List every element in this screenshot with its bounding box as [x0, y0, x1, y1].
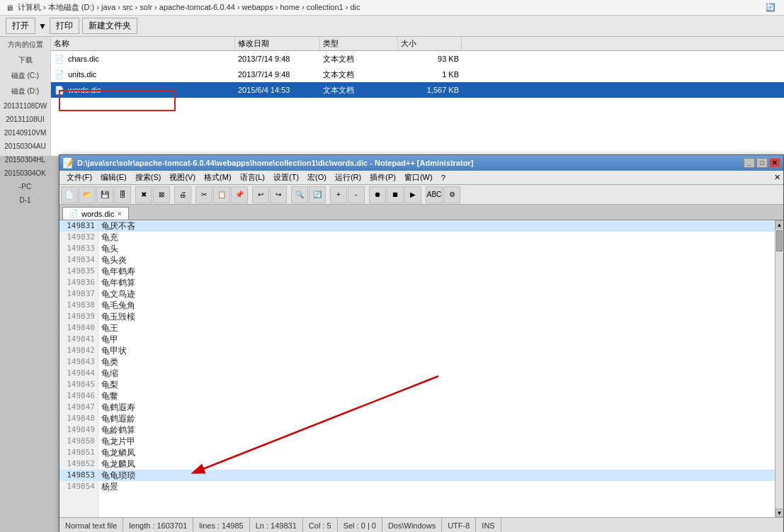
scroll-track[interactable]: [776, 229, 783, 509]
tool-zoomout[interactable]: -: [348, 186, 365, 203]
menu-search[interactable]: 搜索(S): [131, 171, 166, 184]
npp-close-x[interactable]: ✕: [774, 173, 780, 182]
tool-zoomin[interactable]: +: [330, 186, 347, 203]
menu-macro[interactable]: 宏(O): [303, 171, 331, 184]
tab-close-icon[interactable]: ✕: [117, 210, 123, 217]
tool-paste[interactable]: 📌: [231, 186, 248, 203]
npp-line-numbers: 149831 149832 149833 149834 149835 14983…: [59, 220, 98, 517]
code-line-1: 龟充: [98, 232, 775, 243]
tool-save[interactable]: 💾: [96, 186, 113, 203]
status-col: Col : 5: [303, 518, 338, 532]
file-explorer: 🖥 计算机 › 本地磁盘 (D:) › java › src › solr › …: [0, 0, 784, 156]
line-num-16: 149847: [59, 402, 98, 413]
code-line-19: 龟龙片甲: [98, 436, 775, 447]
tab-words-dic[interactable]: 📄 words.dic ✕: [62, 207, 129, 220]
tool-find[interactable]: 🔍: [291, 186, 308, 203]
npp-minimize-button[interactable]: _: [744, 158, 755, 168]
npp-titlebar: 📝 D:\java\src\solr\apache-tomcat-6.0.44\…: [59, 155, 783, 171]
code-line-12: 龟类: [98, 356, 775, 368]
tool-abc[interactable]: ABC: [426, 186, 443, 203]
col-size[interactable]: 大小: [398, 37, 462, 50]
npp-title: D:\java\src\solr\apache-tomcat-6.0.44\we…: [77, 159, 473, 167]
col-type[interactable]: 类型: [320, 37, 398, 50]
sidebar-nav-d[interactable]: 磁盘 (D:): [1, 86, 49, 96]
file-date-words: 2015/6/4 14:53: [235, 82, 320, 98]
status-sel: Sel : 0 | 0: [338, 518, 382, 532]
status-mode: INS: [476, 518, 501, 532]
tool-closeall[interactable]: ⊠: [153, 186, 170, 203]
scroll-up-button[interactable]: ▲: [776, 220, 784, 229]
sidebar-nav-item6[interactable]: 20150304OK: [1, 169, 49, 177]
col-name[interactable]: 名称: [51, 37, 235, 50]
tool-redo[interactable]: ↪: [270, 186, 287, 203]
sidebar-nav-download[interactable]: 下载: [1, 55, 49, 65]
col-date[interactable]: 修改日期: [235, 37, 320, 50]
line-num-1: 149832: [59, 232, 98, 243]
explorer-toolbar: 打开 ▼ 打印 新建文件夹: [0, 16, 784, 37]
status-lines: lines : 14985: [193, 518, 249, 532]
tool-undo[interactable]: ↩: [252, 186, 269, 203]
tool-record[interactable]: ⏺: [369, 186, 386, 203]
menu-view[interactable]: 视图(V): [165, 171, 200, 184]
code-line-18: 龟龄鹤算: [98, 424, 775, 436]
file-size-words: 1,567 KB: [398, 82, 462, 98]
npp-code-area[interactable]: 龟厌不吝 龟充 龟头 龟头炎 龟年鹤寿 龟年鹤算 龟文鸟迹 龟毛兔角 龟玉毁椟 …: [98, 220, 775, 517]
sidebar-nav-item2[interactable]: 20131108UI: [1, 115, 49, 123]
menu-plugins[interactable]: 插件(P): [365, 171, 400, 184]
code-line-10: 龟甲: [98, 334, 775, 345]
status-length: length : 1603701: [123, 518, 193, 532]
open-button[interactable]: 打开: [6, 18, 35, 34]
npp-close-button[interactable]: ✕: [769, 158, 780, 168]
file-name-units: units.dic: [68, 70, 96, 79]
code-line-11: 龟甲状: [98, 345, 775, 356]
menu-run[interactable]: 运行(R): [331, 171, 365, 184]
code-line-14: 龟梨: [98, 379, 775, 390]
code-line-6: 龟文鸟迹: [98, 288, 775, 300]
sidebar-nav-d1[interactable]: D-1: [1, 196, 49, 204]
tool-print[interactable]: 🖨: [174, 186, 191, 203]
menu-file[interactable]: 文件(F): [62, 171, 96, 184]
menu-window[interactable]: 窗口(W): [400, 171, 437, 184]
file-row-units[interactable]: 📄 units.dic 2013/7/14 9:48 文本文档 1 KB: [51, 67, 784, 82]
tool-misc[interactable]: ⚙: [443, 186, 460, 203]
tool-stop[interactable]: ⏹: [387, 186, 404, 203]
file-type-chars: 文本文档: [320, 51, 398, 67]
sidebar-nav-item5[interactable]: 20150304HL: [1, 156, 49, 164]
explorer-content: 方向的位置 下载 磁盘 (C:) 磁盘 (D:) 20131108DW 2013…: [0, 37, 784, 156]
menu-help[interactable]: ?: [437, 171, 450, 184]
code-line-2: 龟头: [98, 243, 775, 254]
npp-toolbar: 📄 📂 💾 🗄 ✖ ⊠ 🖨 ✂ 📋 📌 ↩ ↪ 🔍 🔄 + - ⏺ ⏹ ▶ AB…: [59, 185, 783, 205]
file-type-words: 文本文档: [320, 82, 398, 98]
new-folder-button[interactable]: 新建文件夹: [82, 18, 137, 34]
menu-format[interactable]: 格式(M): [200, 171, 236, 184]
tool-new[interactable]: 📄: [61, 186, 78, 203]
sidebar-nav-item4[interactable]: 20150304AU: [1, 142, 49, 150]
sidebar-nav-pc[interactable]: -PC: [1, 183, 49, 191]
scroll-down-button[interactable]: ▼: [776, 509, 784, 517]
file-row-chars[interactable]: 📄 chars.dic 2013/7/14 9:48 文本文档 93 KB: [51, 51, 784, 67]
tool-open[interactable]: 📂: [79, 186, 96, 203]
file-size-chars: 93 KB: [398, 51, 462, 67]
tool-replace[interactable]: 🔄: [309, 186, 326, 203]
sidebar-nav-item1[interactable]: 20131108DW: [1, 102, 49, 110]
line-num-12: 149843: [59, 356, 98, 368]
tool-close[interactable]: ✖: [135, 186, 152, 203]
scroll-thumb[interactable]: [776, 230, 783, 251]
file-row-words[interactable]: 📄 words.dic 2015/6/4 14:53 文本文档 1,567 KB: [51, 82, 784, 98]
tool-saveall[interactable]: 🗄: [114, 186, 131, 203]
tool-copy[interactable]: 📋: [213, 186, 230, 203]
sidebar-nav-item3[interactable]: 20140910VM: [1, 129, 49, 137]
explorer-sidebar: 方向的位置 下载 磁盘 (C:) 磁盘 (D:) 20131108DW 2013…: [0, 37, 51, 156]
menu-edit[interactable]: 编辑(E): [96, 171, 131, 184]
npp-editor[interactable]: 149831 149832 149833 149834 149835 14983…: [59, 220, 783, 517]
menu-settings[interactable]: 设置(T): [269, 171, 303, 184]
sidebar-nav-c[interactable]: 磁盘 (C:): [1, 71, 49, 81]
menu-language[interactable]: 语言(L): [236, 171, 269, 184]
print-button[interactable]: 打印: [50, 18, 79, 34]
npp-scrollbar-vertical[interactable]: ▲ ▼: [775, 220, 783, 517]
tool-cut[interactable]: ✂: [195, 186, 212, 203]
refresh-icon[interactable]: 🔄: [766, 3, 776, 11]
sidebar-nav-direction[interactable]: 方向的位置: [1, 40, 49, 50]
tool-play[interactable]: ▶: [404, 186, 421, 203]
npp-restore-button[interactable]: □: [756, 158, 768, 168]
